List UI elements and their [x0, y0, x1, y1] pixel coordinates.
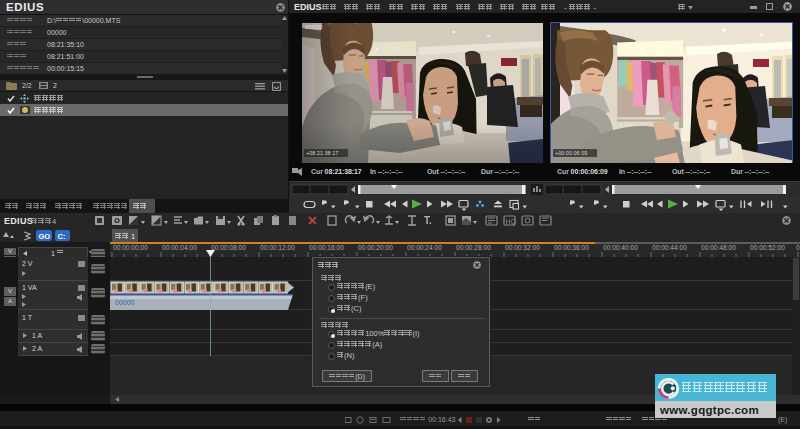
svg-text:00:00:12:00: 00:00:12:00: [260, 244, 295, 251]
svg-text:00:00:04:00: 00:00:04:00: [162, 244, 197, 251]
svg-text:HQ: HQ: [506, 218, 517, 226]
svg-text:00:00:20:00: 00:00:20:00: [358, 244, 393, 251]
svg-text:GO: GO: [39, 232, 51, 241]
svg-text:00000: 00000: [115, 299, 135, 306]
svg-text:00:00:08:00: 00:00:08:00: [211, 244, 246, 251]
svg-text:T.: T.: [424, 215, 432, 226]
svg-text:00:00:36:00: 00:00:36:00: [554, 244, 589, 251]
svg-text:0: 0: [796, 244, 800, 251]
svg-text:00:00:00;00: 00:00:00;00: [113, 244, 148, 251]
svg-text:00:00:24:00: 00:00:24:00: [407, 244, 442, 251]
svg-text:00:00:48:00: 00:00:48:00: [701, 244, 736, 251]
svg-text:00:00:44:00: 00:00:44:00: [652, 244, 687, 251]
svg-text:00:00:28:00: 00:00:28:00: [456, 244, 491, 251]
svg-text:C:: C:: [58, 232, 66, 241]
svg-text:00:00:16:00: 00:00:16:00: [309, 244, 344, 251]
svg-text:00:00:40:00: 00:00:40:00: [603, 244, 638, 251]
svg-text:00:00:32:00: 00:00:32:00: [505, 244, 540, 251]
svg-text:00:00:52:00: 00:00:52:00: [750, 244, 785, 251]
